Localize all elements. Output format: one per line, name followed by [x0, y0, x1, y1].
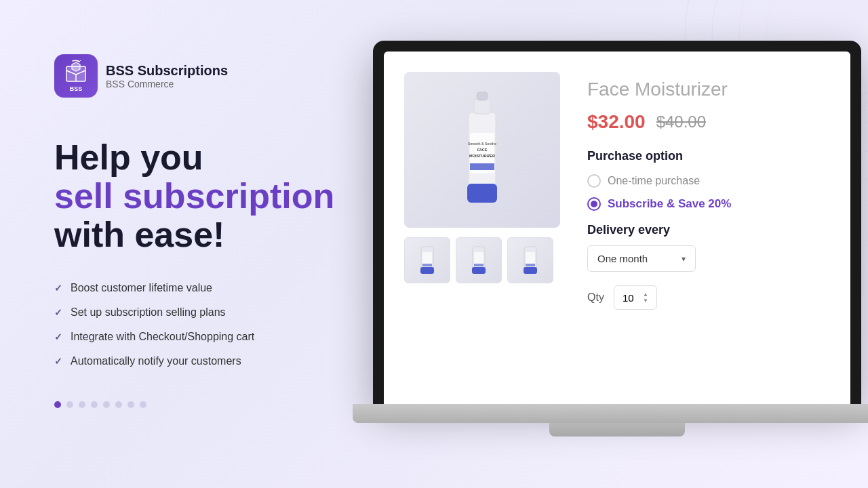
headline-line3: with ease! [54, 216, 393, 254]
main-product-image[interactable]: Smooth & Soothe FACE MOISTURIZER [404, 72, 560, 228]
product-details-column: Face Moisturizer $32.00 $40.00 Purchase … [587, 72, 830, 384]
feature-item-1: ✓ Boost customer lifetime value [54, 282, 393, 294]
dot-3[interactable] [79, 401, 85, 408]
qty-row: Qty 10 ▲▼ [587, 285, 830, 310]
thumbnail-2[interactable] [456, 237, 502, 283]
thumb-svg-3 [516, 241, 545, 279]
svg-rect-27 [526, 264, 535, 266]
product-images-column: Smooth & Soothe FACE MOISTURIZER [404, 72, 567, 384]
price-current: $32.00 [587, 111, 646, 133]
product-tube-svg: Smooth & Soothe FACE MOISTURIZER [448, 85, 516, 214]
subscribe-option[interactable]: Subscribe & Save 20% [587, 197, 830, 211]
delivery-title: Delivery every [587, 223, 830, 237]
svg-rect-21 [472, 267, 486, 274]
dot-7[interactable] [127, 401, 134, 408]
thumbnail-3[interactable] [507, 237, 553, 283]
svg-rect-25 [524, 267, 537, 274]
laptop-screen: Smooth & Soothe FACE MOISTURIZER [384, 52, 850, 404]
svg-rect-17 [420, 267, 434, 274]
logo-area: BSS BSS Subscriptions BSS Commerce [54, 54, 393, 98]
one-time-option[interactable]: One-time purchase [587, 174, 830, 188]
qty-label: Qty [587, 291, 604, 304]
feature-item-2: ✓ Set up subscription selling plans [54, 306, 393, 319]
logo-svg [64, 60, 88, 84]
check-icon-4: ✓ [54, 356, 62, 367]
svg-text:FACE: FACE [477, 148, 488, 152]
laptop-base [353, 404, 868, 423]
carousel-dots [54, 401, 393, 408]
feature-label-3: Integrate with Checkout/Shopping cart [71, 331, 254, 343]
dot-6[interactable] [115, 401, 122, 408]
product-name: Face Moisturizer [587, 79, 830, 100]
dot-2[interactable] [66, 401, 73, 408]
logo-icon: BSS [54, 54, 98, 98]
headline-line2: sell subscription [54, 177, 393, 216]
dot-8[interactable] [140, 401, 146, 408]
check-icon-3: ✓ [54, 331, 62, 342]
feature-label-1: Boost customer lifetime value [71, 282, 212, 294]
qty-value: 10 [623, 292, 634, 304]
svg-rect-26 [526, 252, 535, 264]
check-icon-2: ✓ [54, 307, 62, 318]
left-panel: BSS BSS Subscriptions BSS Commerce Help … [54, 54, 393, 408]
delivery-value: One month [597, 253, 648, 264]
laptop-screen-wrapper: Smooth & Soothe FACE MOISTURIZER [373, 41, 861, 404]
svg-rect-22 [474, 252, 484, 264]
svg-rect-8 [467, 184, 497, 203]
svg-rect-13 [470, 163, 494, 170]
headline-line1: Help you [54, 138, 393, 177]
feature-label-4: Automatically notify your customers [71, 355, 241, 367]
qty-arrows: ▲▼ [643, 291, 648, 304]
one-time-radio[interactable] [587, 174, 601, 188]
price-original: $40.00 [656, 113, 706, 131]
logo-title: BSS Subscriptions [106, 63, 228, 79]
feature-item-3: ✓ Integrate with Checkout/Shopping cart [54, 331, 393, 343]
dot-4[interactable] [91, 401, 98, 408]
laptop-stand [549, 423, 685, 436]
thumbnails [404, 237, 567, 283]
svg-rect-23 [474, 264, 484, 266]
thumb-svg-2 [465, 241, 493, 279]
qty-input[interactable]: 10 ▲▼ [614, 285, 657, 310]
price-row: $32.00 $40.00 [587, 111, 830, 133]
svg-rect-18 [422, 252, 432, 264]
svg-rect-15 [477, 92, 488, 100]
svg-rect-14 [474, 99, 490, 114]
thumbnail-1[interactable] [404, 237, 450, 283]
delivery-section: Delivery every One month ▾ [587, 223, 830, 272]
thumb-svg-1 [413, 241, 441, 279]
svg-text:MOISTURIZER: MOISTURIZER [469, 154, 495, 158]
purchase-option-title: Purchase option [587, 149, 830, 163]
svg-rect-19 [422, 264, 432, 266]
dot-5[interactable] [103, 401, 110, 408]
bss-label: BSS [70, 85, 83, 92]
svg-text:Smooth & Soothe: Smooth & Soothe [468, 142, 496, 146]
subscribe-radio[interactable] [587, 197, 601, 211]
logo-text-block: BSS Subscriptions BSS Commerce [106, 63, 228, 89]
dot-1[interactable] [54, 401, 61, 408]
logo-subtitle: BSS Commerce [106, 79, 228, 89]
feature-item-4: ✓ Automatically notify your customers [54, 355, 393, 367]
headline: Help you sell subscription with ease! [54, 138, 393, 255]
feature-label-2: Set up subscription selling plans [71, 306, 226, 319]
features-list: ✓ Boost customer lifetime value ✓ Set up… [54, 282, 393, 367]
delivery-dropdown[interactable]: One month ▾ [587, 245, 696, 272]
laptop-container: Smooth & Soothe FACE MOISTURIZER [353, 41, 868, 436]
subscribe-label: Subscribe & Save 20% [608, 197, 731, 211]
check-icon-1: ✓ [54, 283, 62, 293]
one-time-label: One-time purchase [608, 175, 700, 187]
chevron-down-icon: ▾ [682, 254, 686, 264]
